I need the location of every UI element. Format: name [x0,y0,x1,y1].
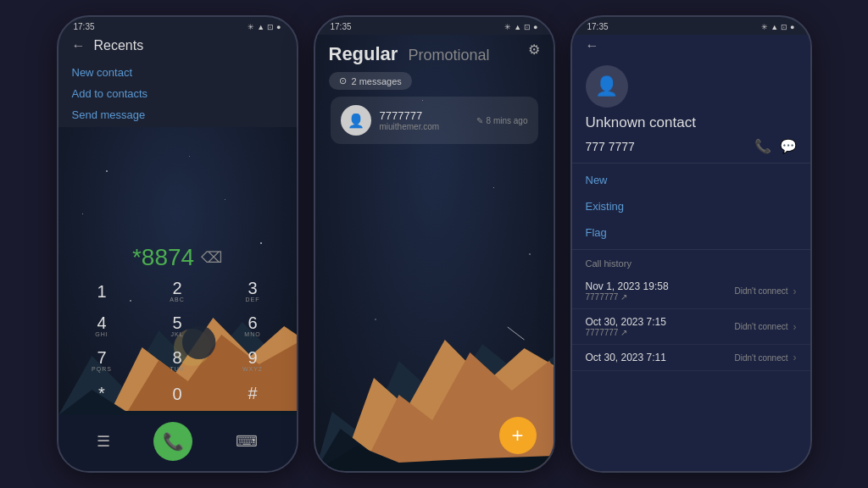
call-history-item-2[interactable]: Oct 30, 2023 7:11 Didn't connect › [572,345,810,371]
msg-time: ✎ 8 mins ago [476,116,528,125]
msg-tabs: Regular Promotional [329,40,540,72]
edit-icon: ✎ [476,116,483,125]
phone1-bottom-bar: ☰ 📞 ⌨ [58,415,297,471]
msg-number: 7777777 [380,109,468,122]
dialpad-grid: 1 2 ABC 3 DEF 4 GHI [65,274,290,408]
dial-key-7[interactable]: 7 PQRS [65,344,139,377]
chevron-right-2: › [793,352,797,363]
dial-number: *8874 ⌫ [65,239,290,274]
dial-key-3[interactable]: 3 DEF [216,274,290,308]
phone3-header: ← [572,35,810,60]
contact-name: Unknown contact [586,114,696,131]
status-icons-1: ✳▲⊡● [248,23,281,31]
pill-icon: ⊙ [339,75,347,86]
status-bar-3: 17:35 ✳▲⊡● [572,17,810,35]
call-status-1: Didn't connect › [734,321,796,333]
messages-count-pill: ⊙ 2 messages [329,72,412,90]
dial-key-5[interactable]: 5 JKL [141,309,214,342]
phone-3: 17:35 ✳▲⊡● ← 👤 Unknown contact 777 7777 … [570,15,812,473]
phone1-content: ← Recents New contact Add to contacts Se… [58,35,297,471]
tab-regular[interactable]: Regular [329,43,398,65]
new-contact-action[interactable]: New contact [72,62,283,83]
dial-key-6[interactable]: 6 MNO [216,309,290,342]
contact-number-row: 777 7777 📞 💬 [586,138,797,154]
add-to-contacts-action[interactable]: Add to contacts [72,83,283,104]
gear-icon[interactable]: ⚙ [528,42,540,58]
call-info-0: Nov 1, 2023 19:58 7777777 ↗ [586,280,735,302]
send-message-action[interactable]: Send message [72,104,283,125]
backspace-button[interactable]: ⌫ [201,248,222,267]
call-who-0: 7777777 ↗ [586,292,735,302]
recents-title: Recents [94,38,144,53]
time-3: 17:35 [587,22,609,31]
call-history-section: Call history Nov 1, 2023 19:58 7777777 ↗… [572,250,810,471]
back-arrow-3[interactable]: ← [586,38,599,53]
time-2: 17:35 [331,22,352,31]
flag-option[interactable]: Flag [572,219,810,246]
dial-key-hash[interactable]: # [216,379,290,408]
menu-icon[interactable]: ☰ [97,432,110,451]
call-contact-button[interactable]: 📞 [754,138,771,154]
phone-1: 17:35 ✳▲⊡● ← Recents New contact Add to … [57,15,298,473]
contact-number: 777 7777 [586,140,743,153]
status-icons-3: ✳▲⊡● [761,23,794,31]
call-info-2: Oct 30, 2023 7:11 [586,352,735,363]
status-bar-1: 17:35 ✳▲⊡● [58,17,297,35]
dialpad-icon[interactable]: ⌨ [236,432,258,451]
chevron-right-1: › [793,321,797,333]
dial-key-star[interactable]: * [65,379,139,408]
call-date-2: Oct 30, 2023 7:11 [586,352,735,363]
time-1: 17:35 [74,22,95,31]
message-contact-button[interactable]: 💬 [780,138,797,154]
phone-2: 17:35 ✳▲⊡● ⚙ [314,15,555,473]
call-status-0: Didn't connect › [734,286,796,297]
contact-avatar: 👤 [586,65,628,108]
call-button[interactable]: 📞 [153,422,192,461]
phone2-header-area: ⚙ Regular Promotional ⊙ 2 messages 👤 777… [315,35,554,144]
status-icons-2: ✳▲⊡● [504,23,537,31]
dial-key-4[interactable]: 4 GHI [65,309,139,342]
tab-promotional[interactable]: Promotional [408,47,489,64]
call-history-item-0[interactable]: Nov 1, 2023 19:58 7777777 ↗ Didn't conne… [572,274,810,309]
status-bar-2: 17:35 ✳▲⊡● [315,17,554,35]
messages-count-text: 2 messages [352,76,402,86]
msg-info: 7777777 miuithemer.com [380,109,468,131]
contact-section: 👤 Unknown contact 777 7777 📞 💬 [572,60,810,164]
phone3-content: ← 👤 Unknown contact 777 7777 📞 💬 New Exi… [572,35,810,471]
call-date-0: Nov 1, 2023 19:58 [586,280,735,292]
call-date-1: Oct 30, 2023 7:15 [586,316,735,328]
new-option[interactable]: New [572,167,810,193]
msg-time-text: 8 mins ago [487,116,528,125]
call-who-1: 7777777 ↗ [586,328,735,337]
dial-key-1[interactable]: 1 [65,274,139,308]
msg-sub: miuithemer.com [380,122,468,131]
dial-key-0[interactable]: 0 [141,379,214,408]
chevron-right-0: › [793,286,797,297]
call-history-label: Call history [572,255,810,274]
contact-actions: 📞 💬 [754,138,797,154]
phone1-header: ← Recents [58,35,297,60]
call-status-2: Didn't connect › [734,352,796,363]
existing-option[interactable]: Existing [572,193,810,219]
svg-line-11 [507,327,524,340]
message-item[interactable]: 👤 7777777 miuithemer.com ✎ 8 mins ago [331,97,538,144]
phone2-scene: ⚙ Regular Promotional ⊙ 2 messages 👤 777… [315,35,554,471]
dial-key-9[interactable]: 9 WXYZ [216,344,290,377]
back-arrow-1[interactable]: ← [72,38,86,53]
phone1-actions: New contact Add to contacts Send message [58,60,297,127]
call-info-1: Oct 30, 2023 7:15 7777777 ↗ [586,316,735,337]
call-history-item-1[interactable]: Oct 30, 2023 7:15 7777777 ↗ Didn't conne… [572,309,810,345]
phone1-scene: *8874 ⌫ 1 2 ABC 3 DEF [58,127,297,415]
fab-button[interactable]: + [499,417,537,454]
msg-avatar: 👤 [341,105,371,136]
contact-options: New Existing Flag [572,164,810,250]
dial-key-8[interactable]: 8 TUV [141,344,214,377]
dialpad-area: *8874 ⌫ 1 2 ABC 3 DEF [58,239,297,415]
dial-key-2[interactable]: 2 ABC [141,274,214,308]
phone2-content: ⚙ Regular Promotional ⊙ 2 messages 👤 777… [315,35,554,471]
